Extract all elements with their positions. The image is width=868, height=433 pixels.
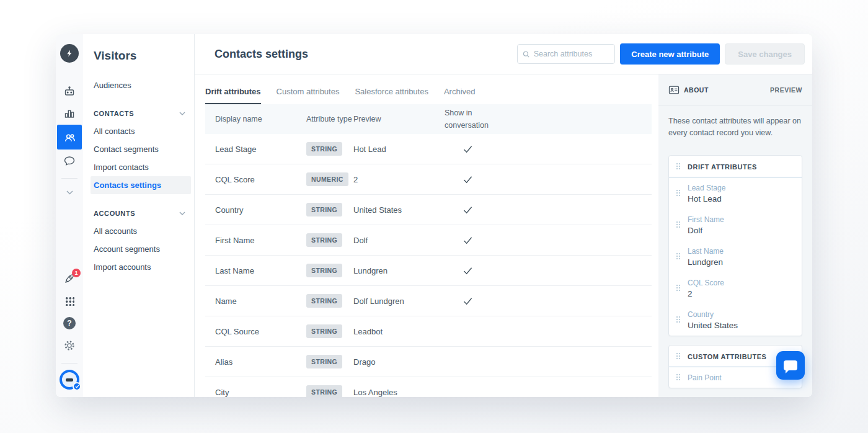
tab-custom-attributes[interactable]: Custom attributes <box>277 87 340 104</box>
page-header: Contacts settings Create new attribute S… <box>195 34 812 74</box>
user-avatar[interactable] <box>60 370 79 390</box>
nav-item-import-accounts[interactable]: Import accounts <box>83 258 194 276</box>
tab-bar: Drift attributesCustom attributesSalesfo… <box>205 87 651 104</box>
chevron-down-icon[interactable] <box>57 181 82 203</box>
panel-attribute-label: CQL Score <box>688 279 794 287</box>
drag-handle-icon[interactable] <box>676 316 681 323</box>
attribute-type-badge: NUMERIC <box>306 172 348 186</box>
attribute-type-badge: STRING <box>306 142 342 156</box>
save-changes-button[interactable]: Save changes <box>725 43 805 65</box>
bot-icon[interactable] <box>57 80 82 102</box>
search-attributes-input[interactable] <box>534 50 610 58</box>
column-header-attribute-type: Attribute type <box>306 115 353 123</box>
table-row-city[interactable]: CitySTRINGLos Angeles <box>205 377 652 397</box>
tab-archived[interactable]: Archived <box>444 87 476 104</box>
table-row-first-name[interactable]: First NameSTRINGDolf <box>205 225 652 256</box>
attribute-type-cell: STRING <box>306 203 353 216</box>
panel-attribute-label: First Name <box>688 215 794 224</box>
attribute-type-badge: STRING <box>306 294 342 308</box>
attribute-name: Name <box>215 297 306 306</box>
attribute-type-badge: STRING <box>306 203 342 216</box>
checkmark-icon <box>463 206 652 214</box>
contacts-icon[interactable] <box>57 125 82 150</box>
attribute-name: First Name <box>215 236 306 245</box>
tab-about[interactable]: ABOUT <box>668 85 770 95</box>
card-title: DRIFT ATTRIBUTES <box>669 156 802 177</box>
column-header-display-name: Display name <box>215 115 306 123</box>
nav-section-label: CONTACTS <box>94 110 134 117</box>
table-row-cql-source[interactable]: CQL SourceSTRINGLeadbot <box>205 316 652 347</box>
attribute-name: City <box>215 388 306 397</box>
panel-card-drift-attributes: DRIFT ATTRIBUTESLead StageHot LeadFirst … <box>668 155 802 336</box>
attribute-type-badge: STRING <box>306 385 342 397</box>
icon-rail: 1 ? <box>56 34 83 397</box>
panel-attribute-first-name: First NameDolf <box>669 209 802 241</box>
tab-salesforce-attributes[interactable]: Salesforce attributes <box>355 87 428 104</box>
drag-handle-icon[interactable] <box>676 189 681 197</box>
conversations-icon[interactable] <box>57 150 82 172</box>
attribute-preview: Drago <box>353 357 445 367</box>
drag-handle-icon[interactable] <box>676 252 681 260</box>
nav-section-contacts[interactable]: CONTACTS <box>83 104 194 122</box>
drift-logo-icon[interactable] <box>60 44 79 63</box>
attribute-type-cell: STRING <box>306 264 353 277</box>
attribute-name: CQL Source <box>215 327 306 336</box>
table-row-lead-stage[interactable]: Lead StageSTRINGHot Lead <box>205 134 652 164</box>
drag-handle-icon[interactable] <box>676 221 681 228</box>
attribute-preview: Dolf Lundgren <box>353 297 445 306</box>
table-row-country[interactable]: CountrySTRINGUnited States <box>205 195 652 225</box>
rail-divider <box>61 363 78 364</box>
attribute-name: Country <box>215 205 306 215</box>
table-row-alias[interactable]: AliasSTRINGDrago <box>205 347 652 377</box>
app-window: 1 ? Visitors AudiencesCONTACTSAll contac… <box>56 34 812 397</box>
attribute-type-cell: NUMERIC <box>306 172 353 186</box>
nav-item-audiences[interactable]: Audiences <box>83 76 194 94</box>
show-in-conversation-cell <box>445 236 652 244</box>
table-row-name[interactable]: NameSTRINGDolf Lundgren <box>205 286 652 316</box>
create-new-attribute-button[interactable]: Create new attribute <box>620 43 720 65</box>
tab-drift-attributes[interactable]: Drift attributes <box>205 87 261 104</box>
panel-attribute-lead-stage: Lead StageHot Lead <box>669 177 802 209</box>
section-chevron-icon <box>179 212 185 215</box>
attribute-type-cell: STRING <box>306 324 353 338</box>
show-in-conversation-cell <box>445 145 652 153</box>
nav-section-accounts[interactable]: ACCOUNTS <box>83 204 194 222</box>
help-icon[interactable]: ? <box>57 312 82 334</box>
chat-widget-button[interactable] <box>776 351 805 380</box>
nav-item-import-contacts[interactable]: Import contacts <box>83 158 194 176</box>
apps-grid-icon[interactable] <box>57 290 82 312</box>
nav-item-all-accounts[interactable]: All accounts <box>83 222 194 240</box>
rail-divider <box>61 178 78 179</box>
contact-card-icon <box>668 85 680 95</box>
attributes-content: Drift attributesCustom attributesSalesfo… <box>195 74 658 397</box>
attribute-name: CQL Score <box>215 175 306 184</box>
show-in-conversation-cell <box>445 267 652 275</box>
attribute-name: Lead Stage <box>215 145 306 154</box>
attribute-type-cell: STRING <box>306 294 353 308</box>
nav-item-contacts-settings[interactable]: Contacts settings <box>91 176 191 194</box>
attribute-type-badge: STRING <box>306 233 342 247</box>
nav-item-account-segments[interactable]: Account segments <box>83 240 194 258</box>
settings-gear-icon[interactable] <box>57 334 82 357</box>
attribute-type-badge: STRING <box>306 264 342 277</box>
table-row-last-name[interactable]: Last NameSTRINGLundgren <box>205 256 652 286</box>
drag-handle-icon[interactable] <box>676 352 681 360</box>
rocket-icon[interactable]: 1 <box>57 267 82 290</box>
drag-handle-icon[interactable] <box>676 284 681 292</box>
nav-item-all-contacts[interactable]: All contacts <box>83 122 194 140</box>
reports-icon[interactable] <box>57 102 82 125</box>
checkmark-icon <box>463 236 652 244</box>
column-header-show-in-conversation: Show in conversation <box>445 107 513 132</box>
drag-handle-icon[interactable] <box>676 163 681 170</box>
attribute-preview: Leadbot <box>353 327 445 336</box>
search-icon <box>523 50 529 58</box>
search-attributes-box <box>517 44 615 64</box>
table-row-cql-score[interactable]: CQL ScoreNUMERIC2 <box>205 164 652 195</box>
tab-preview[interactable]: PREVIEW <box>770 86 802 94</box>
nav-item-contact-segments[interactable]: Contact segments <box>83 140 194 158</box>
attribute-preview: Lundgren <box>353 266 445 275</box>
attribute-type-cell: STRING <box>306 385 353 397</box>
nav-section-label: ACCOUNTS <box>94 210 135 217</box>
drag-handle-icon[interactable] <box>676 373 681 381</box>
attribute-preview: 2 <box>353 175 445 184</box>
